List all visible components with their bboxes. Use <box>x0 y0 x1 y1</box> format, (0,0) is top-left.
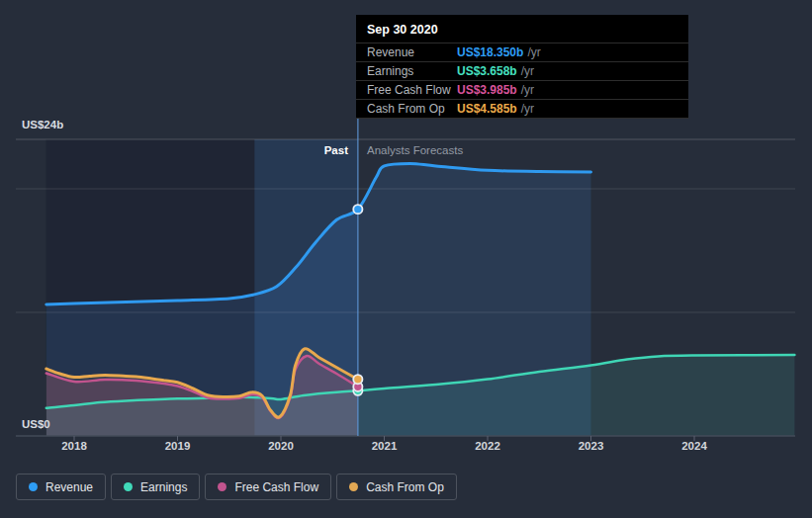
tooltip-value: US$4.585b <box>457 102 517 116</box>
tooltip-unit: /yr <box>521 83 534 97</box>
cash-from-op-dot-icon <box>349 482 358 491</box>
cash-from-op-marker[interactable] <box>353 375 362 384</box>
y-axis-zero-label: US$0 <box>22 418 50 430</box>
tooltip-label: Revenue <box>367 45 457 59</box>
tooltip-rows: RevenueUS$18.350b/yrEarningsUS$3.658b/yr… <box>356 43 688 118</box>
x-axis-label-2021: 2021 <box>365 440 405 452</box>
tooltip-value: US$18.350b <box>457 45 523 59</box>
tooltip-unit: /yr <box>521 102 534 116</box>
revenue-marker[interactable] <box>353 205 362 214</box>
tooltip-value: US$3.658b <box>457 64 517 78</box>
legend: RevenueEarningsFree Cash FlowCash From O… <box>16 474 457 500</box>
tooltip-row-revenue: RevenueUS$18.350b/yr <box>356 43 688 61</box>
earnings-dot-icon <box>124 482 133 491</box>
legend-toggle-revenue[interactable]: Revenue <box>16 474 106 500</box>
tooltip-unit: /yr <box>521 64 534 78</box>
tooltip: Sep 30 2020 RevenueUS$18.350b/yrEarnings… <box>356 15 688 119</box>
legend-label: Revenue <box>45 480 93 494</box>
forecast-region-label: Analysts Forecasts <box>367 144 463 156</box>
revenue-dot-icon <box>29 482 38 491</box>
tooltip-row-earnings: EarningsUS$3.658b/yr <box>356 61 688 80</box>
x-axis-label-2024: 2024 <box>675 440 714 452</box>
tooltip-label: Free Cash Flow <box>367 83 457 97</box>
past-region-label: Past <box>0 144 348 156</box>
x-axis-label-2022: 2022 <box>468 440 507 452</box>
tooltip-label: Earnings <box>367 64 457 78</box>
y-axis-max-label: US$24b <box>22 119 63 130</box>
tooltip-row-cash-from-op: Cash From OpUS$4.585b/yr <box>356 99 688 118</box>
legend-label: Earnings <box>140 480 187 494</box>
tooltip-date: Sep 30 2020 <box>356 15 688 43</box>
free-cash-flow-dot-icon <box>218 482 226 491</box>
tooltip-label: Cash From Op <box>367 102 457 116</box>
tooltip-value: US$3.985b <box>457 83 517 97</box>
legend-toggle-earnings[interactable]: Earnings <box>111 474 200 500</box>
legend-label: Free Cash Flow <box>234 480 318 494</box>
x-axis-label-2018: 2018 <box>54 440 94 452</box>
legend-toggle-cash-from-op[interactable]: Cash From Op <box>336 474 457 500</box>
tooltip-unit: /yr <box>527 45 540 59</box>
x-axis-label-2019: 2019 <box>158 440 198 452</box>
chart-panel: US$24b US$0 Past Analysts Forecasts 2018… <box>0 0 812 518</box>
legend-label: Cash From Op <box>366 480 444 494</box>
x-axis-label-2023: 2023 <box>572 440 611 452</box>
x-axis-label-2020: 2020 <box>261 440 301 452</box>
tooltip-row-free-cash-flow: Free Cash FlowUS$3.985b/yr <box>356 80 688 99</box>
legend-toggle-free-cash-flow[interactable]: Free Cash Flow <box>205 474 331 500</box>
